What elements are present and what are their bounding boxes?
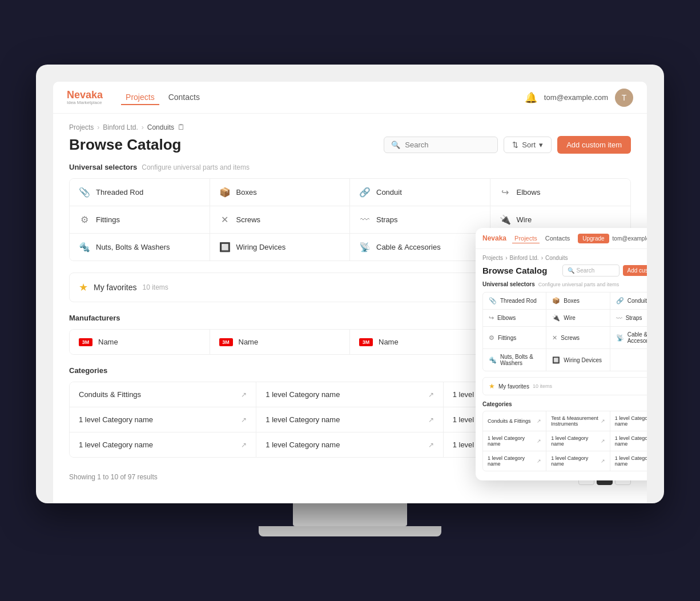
search-input[interactable] bbox=[405, 141, 490, 149]
search-icon: 🔍 bbox=[391, 141, 400, 149]
nav-projects[interactable]: Projects bbox=[121, 90, 159, 105]
mini-item-threaded-rod[interactable]: 📎 Threaded Rod bbox=[483, 293, 546, 310]
mini-nav-projects[interactable]: Projects bbox=[512, 234, 540, 243]
mini-wire-label: Wire bbox=[564, 315, 576, 321]
mfr-name-1: Name bbox=[239, 338, 259, 346]
universal-item-boxes[interactable]: 📦 Boxes bbox=[210, 179, 351, 206]
category-item-0[interactable]: Conduits & Fittings ↗ bbox=[70, 382, 256, 407]
breadcrumb-binford[interactable]: Binford Ltd. bbox=[103, 123, 138, 131]
mini-search-icon: 🔍 bbox=[568, 267, 574, 274]
mini-cat-5[interactable]: 1 level Category name ↗ bbox=[610, 431, 647, 451]
mini-search-box[interactable]: 🔍 Search bbox=[562, 265, 619, 277]
category-item-6[interactable]: 1 level Category name ↗ bbox=[70, 432, 256, 457]
header-right: 🔔 tom@example.com T bbox=[525, 89, 633, 107]
bell-icon[interactable]: 🔔 bbox=[525, 91, 537, 104]
mini-universal-label: Universal selectors bbox=[482, 281, 535, 287]
universal-item-threaded-rod[interactable]: 📎 Threaded Rod bbox=[70, 179, 210, 206]
mini-add-button[interactable]: Add custom item bbox=[623, 265, 647, 276]
mini-fittings-label: Fittings bbox=[498, 335, 516, 341]
conduit-icon: 🔗 bbox=[359, 187, 371, 198]
mini-cat-label-3: 1 level Category name bbox=[488, 435, 537, 447]
mini-conduit-label: Conduit bbox=[627, 298, 647, 304]
mini-upgrade-button[interactable]: Upgrade bbox=[578, 234, 609, 243]
mini-conduit-icon: 🔗 bbox=[616, 297, 624, 304]
mini-user-email: tom@example.com bbox=[613, 235, 647, 242]
mfr-badge-1: 3M bbox=[219, 338, 233, 346]
mini-cat-7[interactable]: 1 level Category name ↗ bbox=[546, 451, 610, 471]
mini-cat-2[interactable]: 1 level Category name ↗ bbox=[610, 411, 647, 431]
universal-item-wiring-devices[interactable]: 🔲 Wiring Devices bbox=[210, 234, 351, 261]
screws-icon: ✕ bbox=[219, 214, 231, 225]
nav-contacts[interactable]: Contacts bbox=[164, 90, 204, 105]
chevron-down-icon: ▾ bbox=[539, 141, 543, 149]
mini-cat-label-5: 1 level Category name bbox=[615, 435, 647, 447]
universal-item-screws[interactable]: ✕ Screws bbox=[210, 206, 351, 234]
breadcrumb: Projects › Binford Ltd. › Conduits 🗒 bbox=[69, 123, 631, 131]
universal-item-fittings[interactable]: ⚙ Fittings bbox=[70, 206, 210, 234]
logo: Nevaka Idea Marketplace bbox=[67, 90, 103, 106]
sort-label: Sort bbox=[522, 141, 536, 149]
mini-fittings-icon: ⚙ bbox=[489, 334, 494, 342]
mini-cat-6[interactable]: 1 level Category name ↗ bbox=[483, 451, 546, 471]
mini-item-conduit[interactable]: 🔗 Conduit bbox=[610, 293, 647, 310]
showing-text: Showing 1 to 10 of 97 results bbox=[69, 473, 158, 481]
category-item-1[interactable]: 1 level Category name ↗ bbox=[256, 382, 443, 407]
manufacturer-item-2[interactable]: 3M Name bbox=[350, 330, 490, 354]
mini-header-right: Upgrade tom@example.com T bbox=[578, 233, 647, 244]
universal-item-straps[interactable]: 〰 Straps bbox=[350, 206, 490, 234]
wiring-devices-icon: 🔲 bbox=[219, 242, 231, 253]
mini-fav-label: My favorites bbox=[498, 383, 529, 390]
cat-label-7: 1 level Category name bbox=[265, 440, 340, 449]
mini-favorites-row[interactable]: ★ My favorites 10 items bbox=[482, 377, 647, 395]
mini-cat-0[interactable]: Conduits & Fittings ↗ bbox=[483, 411, 546, 431]
mini-item-straps[interactable]: 〰 Straps bbox=[610, 310, 647, 327]
universal-item-conduit[interactable]: 🔗 Conduit bbox=[350, 179, 490, 206]
manufacturer-item-0[interactable]: 3M Name bbox=[70, 330, 210, 354]
mini-item-wire[interactable]: 🔌 Wire bbox=[546, 310, 610, 327]
mini-item-boxes[interactable]: 📦 Boxes bbox=[546, 293, 610, 310]
mini-universal-header: Universal selectors Configure universal … bbox=[482, 281, 647, 287]
conduits-icon: 🗒 bbox=[178, 123, 185, 131]
mini-elbows-icon: ↪ bbox=[489, 314, 494, 322]
mini-straps-icon: 〰 bbox=[616, 315, 622, 322]
mini-nav: Projects Contacts bbox=[512, 234, 572, 243]
mini-ext-1: ↗ bbox=[601, 418, 605, 424]
mini-item-cable[interactable]: 📡 Cable & Accesories bbox=[610, 327, 647, 349]
category-item-7[interactable]: 1 level Category name ↗ bbox=[256, 432, 443, 457]
universal-item-nuts[interactable]: 🔩 Nuts, Bolts & Washers bbox=[70, 234, 210, 261]
sort-button[interactable]: ⇅ Sort ▾ bbox=[504, 137, 552, 153]
manufacturer-item-1[interactable]: 3M Name bbox=[210, 330, 351, 354]
mini-page-title: Browse Catalog bbox=[482, 266, 547, 275]
mini-cat-1[interactable]: Test & Measurement Instruments ↗ bbox=[546, 411, 610, 431]
ext-link-icon-6: ↗ bbox=[241, 441, 247, 449]
mini-cat-8[interactable]: 1 level Category name ↗ bbox=[610, 451, 647, 471]
mini-cat-3[interactable]: 1 level Category name ↗ bbox=[483, 431, 546, 451]
cat-label-4: 1 level Category name bbox=[265, 415, 340, 424]
mini-nav-contacts[interactable]: Contacts bbox=[543, 234, 572, 243]
category-item-3[interactable]: 1 level Category name ↗ bbox=[70, 407, 256, 432]
universal-item-elbows[interactable]: ↪ Elbows bbox=[490, 179, 631, 206]
ext-link-icon-7: ↗ bbox=[428, 441, 434, 449]
category-item-4[interactable]: 1 level Category name ↗ bbox=[256, 407, 443, 432]
add-custom-item-button[interactable]: Add custom item bbox=[557, 136, 631, 154]
boxes-icon: 📦 bbox=[219, 187, 231, 198]
boxes-label: Boxes bbox=[236, 188, 257, 197]
cable-label: Cable & Accesories bbox=[376, 243, 441, 251]
mini-straps-label: Straps bbox=[626, 315, 642, 321]
mini-item-fittings[interactable]: ⚙ Fittings bbox=[483, 327, 546, 349]
wiring-devices-label: Wiring Devices bbox=[236, 243, 286, 251]
mini-cats-grid: Conduits & Fittings ↗ Test & Measurement… bbox=[482, 411, 647, 471]
search-box[interactable]: 🔍 bbox=[384, 137, 498, 153]
universal-item-cable[interactable]: 📡 Cable & Accesories bbox=[350, 234, 490, 261]
mini-item-nuts[interactable]: 🔩 Nuts, Bolts & Washers bbox=[483, 349, 546, 371]
mini-item-wiring[interactable]: 🔲 Wiring Devices bbox=[546, 349, 610, 371]
mini-item-screws[interactable]: ✕ Screws bbox=[546, 327, 610, 349]
threaded-rod-icon: 📎 bbox=[79, 187, 90, 198]
breadcrumb-projects[interactable]: Projects bbox=[69, 123, 94, 131]
monitor-stand bbox=[293, 503, 407, 526]
mini-cat-4[interactable]: 1 level Category name ↗ bbox=[546, 431, 610, 451]
mini-cat-label-7: 1 level Category name bbox=[551, 455, 600, 467]
mini-bc-conduits: Conduits bbox=[545, 255, 568, 261]
mini-cat-label-0: Conduits & Fittings bbox=[488, 418, 531, 424]
mini-item-elbows[interactable]: ↪ Elbows bbox=[483, 310, 546, 327]
